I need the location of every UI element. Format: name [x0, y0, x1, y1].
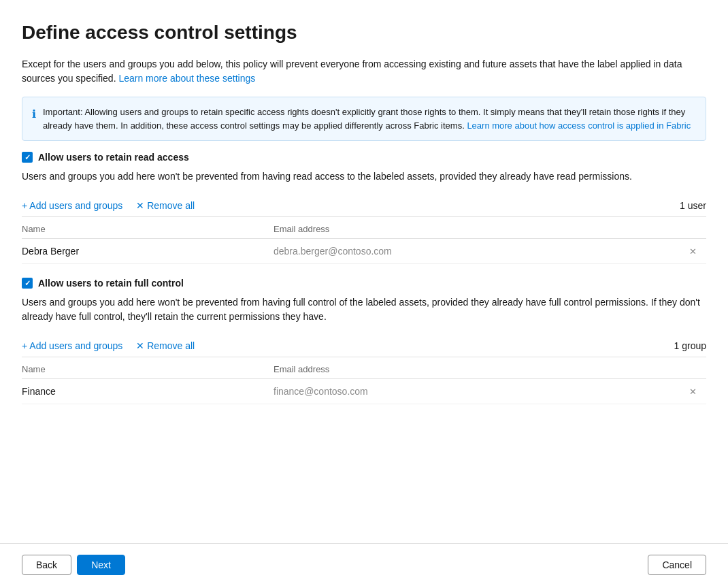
learn-more-link[interactable]: Learn more about these settings — [118, 73, 255, 84]
read-access-col-email: Email address — [274, 224, 706, 234]
full-control-row-remove-0[interactable]: ✕ — [679, 387, 706, 397]
full-control-table-header: Name Email address — [22, 357, 706, 379]
full-control-col-name: Name — [22, 364, 274, 374]
read-access-add-button[interactable]: + Add users and groups — [22, 200, 122, 211]
full-control-row-0: Finance finance@contoso.com ✕ — [22, 379, 706, 404]
close-icon: ✕ — [689, 387, 697, 397]
read-access-action-bar: + Add users and groups ✕ Remove all 1 us… — [22, 195, 706, 217]
read-access-row-email-0: debra.berger@contoso.com — [274, 246, 679, 257]
read-access-label: Allow users to retain read access — [38, 152, 189, 163]
back-button[interactable]: Back — [22, 555, 71, 575]
full-control-checkbox[interactable] — [22, 278, 33, 289]
page-title: Define access control settings — [22, 22, 706, 44]
info-learn-more-link[interactable]: Learn more about how access control is a… — [467, 120, 691, 131]
full-control-col-email: Email address — [274, 364, 706, 374]
info-text: Important: Allowing users and groups to … — [43, 105, 696, 132]
next-button[interactable]: Next — [77, 555, 125, 575]
read-access-row-remove-0[interactable]: ✕ — [679, 246, 706, 257]
full-control-row-email-0: finance@contoso.com — [274, 386, 679, 397]
full-control-description: Users and groups you add here won't be p… — [22, 295, 706, 324]
cancel-button[interactable]: Cancel — [648, 555, 706, 575]
intro-text: Except for the users and groups you add … — [22, 57, 706, 86]
full-control-label: Allow users to retain full control — [38, 278, 184, 289]
info-box: ℹ Important: Allowing users and groups t… — [22, 97, 706, 141]
read-access-table-header: Name Email address — [22, 217, 706, 239]
full-control-count: 1 group — [674, 340, 706, 351]
full-control-action-bar: + Add users and groups ✕ Remove all 1 gr… — [22, 335, 706, 357]
info-icon: ℹ — [32, 106, 36, 123]
full-control-row-name-0: Finance — [22, 386, 274, 397]
close-icon: ✕ — [689, 246, 697, 257]
full-control-add-button[interactable]: + Add users and groups — [22, 340, 122, 351]
read-access-checkbox-row: Allow users to retain read access — [22, 152, 706, 163]
read-access-checkbox[interactable] — [22, 152, 33, 163]
read-access-remove-button[interactable]: ✕ Remove all — [136, 200, 195, 211]
read-access-row-name-0: Debra Berger — [22, 246, 274, 257]
full-control-checkbox-row: Allow users to retain full control — [22, 278, 706, 289]
full-control-remove-button[interactable]: ✕ Remove all — [136, 340, 195, 351]
read-access-description: Users and groups you add here won't be p… — [22, 169, 706, 184]
read-access-col-name: Name — [22, 224, 274, 234]
footer: Back Next Cancel — [0, 543, 728, 586]
read-access-count: 1 user — [680, 200, 706, 211]
read-access-row-0: Debra Berger debra.berger@contoso.com ✕ — [22, 239, 706, 264]
